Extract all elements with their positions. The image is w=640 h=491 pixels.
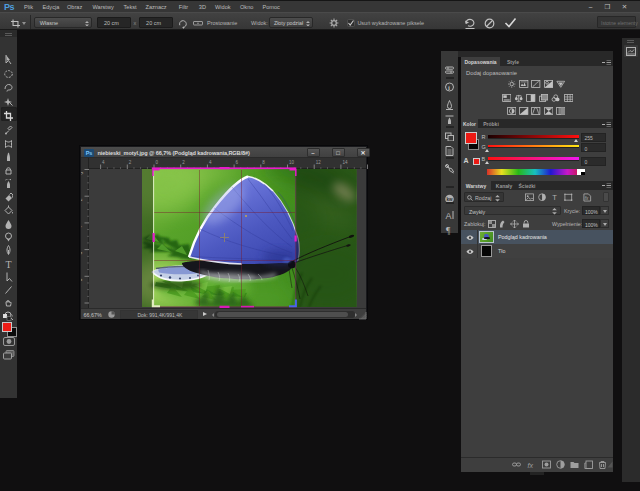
svg-text:8: 8 [81, 278, 84, 281]
svg-text:0: 0 [81, 172, 84, 175]
svg-text:14: 14 [342, 160, 348, 165]
svg-text:10: 10 [289, 160, 295, 165]
svg-text:6: 6 [235, 160, 238, 165]
svg-text:2: 2 [128, 160, 131, 165]
svg-text:i: i [448, 83, 450, 91]
svg-text:0: 0 [155, 160, 158, 165]
svg-text:6: 6 [81, 252, 84, 255]
svg-text:T: T [552, 193, 557, 201]
svg-text:2: 2 [182, 160, 185, 165]
svg-text:4: 4 [208, 160, 211, 165]
svg-text:12: 12 [315, 160, 321, 165]
svg-text:fx: fx [528, 462, 534, 469]
svg-text:8: 8 [262, 160, 265, 165]
svg-text:fx: fx [585, 196, 589, 201]
svg-text:4: 4 [81, 225, 84, 228]
svg-text:4: 4 [102, 160, 105, 165]
svg-text:kw: kw [446, 197, 453, 202]
svg-text:T: T [6, 259, 12, 269]
svg-text:¶: ¶ [446, 226, 451, 235]
svg-text:2: 2 [81, 198, 84, 201]
svg-text:A: A [445, 210, 451, 220]
